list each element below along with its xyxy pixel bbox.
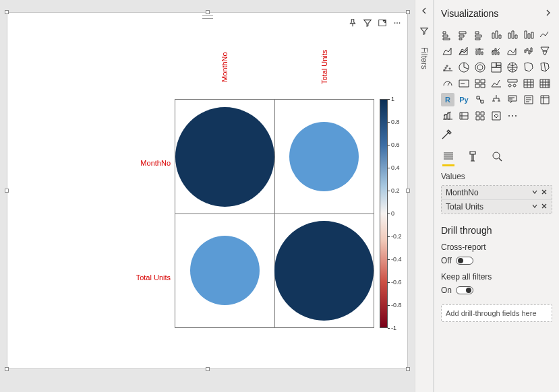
viz-type-button[interactable] [457,44,471,58]
heatmap-grid [175,99,374,328]
viz-type-button[interactable] [457,77,471,90]
collapse-left-icon[interactable] [420,7,428,17]
viz-type-button[interactable] [538,28,552,42]
viz-type-button[interactable] [538,77,552,90]
viz-type-button[interactable] [522,77,535,90]
resize-handle[interactable] [406,10,410,14]
resize-handle[interactable] [5,10,9,14]
viz-type-button[interactable] [441,61,454,74]
drag-grip-icon[interactable] [202,15,213,19]
viz-type-button[interactable] [441,77,454,90]
viz-type-button[interactable] [473,93,487,106]
viz-type-button[interactable] [506,44,519,58]
col-label: MonthNo [220,45,229,89]
fields-tab[interactable] [441,149,456,164]
field-item[interactable]: Total Units [442,200,552,214]
toggle-state-label: On [441,286,452,295]
resize-handle[interactable] [5,367,9,371]
colorbar-tick: -1 [391,325,396,331]
corr-circle [190,236,260,306]
viz-type-button[interactable] [490,28,503,42]
corr-circle [274,221,374,321]
viz-type-button[interactable] [522,28,535,42]
viz-type-button[interactable] [457,28,471,42]
corr-circle [289,122,359,192]
resize-handle[interactable] [206,10,210,14]
viz-type-button[interactable] [441,44,454,58]
field-item[interactable]: MonthNo [442,186,552,200]
viz-type-button[interactable] [490,44,503,58]
viz-type-button[interactable] [538,61,552,74]
viz-type-button[interactable] [457,61,471,74]
viz-type-button[interactable] [538,93,552,106]
viz-type-python[interactable]: Py [457,93,471,106]
svg-point-6 [515,115,517,117]
filter-icon[interactable] [363,18,372,28]
colorbar [380,99,388,328]
corr-circle [175,107,274,207]
colorbar-tick: 0.8 [391,119,400,125]
viz-type-button[interactable] [490,61,503,74]
viz-type-button[interactable] [473,61,487,74]
format-tab[interactable] [465,149,480,164]
viz-type-button[interactable] [490,93,503,106]
viz-type-button[interactable] [522,44,535,58]
chevron-down-icon[interactable] [531,202,538,211]
colorbar-tick: 1 [391,96,394,102]
cross-report-toggle[interactable] [456,257,473,265]
col-label: Total Units [320,45,328,89]
viz-type-button[interactable] [441,109,454,123]
viz-type-button[interactable] [441,28,454,42]
viz-more-icon[interactable] [506,109,519,123]
drill-through-drop-area[interactable]: Add drill-through fields here [441,304,552,322]
viz-type-button[interactable] [522,61,535,74]
analytics-tab[interactable] [490,149,504,164]
remove-field-icon[interactable] [541,188,548,197]
viz-type-button[interactable] [506,28,519,42]
filters-rail: Filters [415,0,434,392]
colorbar-tick: 0.4 [391,164,400,171]
svg-point-2 [396,22,398,24]
filters-label[interactable]: Filters [419,47,429,69]
values-field-well[interactable]: MonthNo Total Units [441,185,552,214]
row-label: MonthNo [7,106,175,220]
toggle-state-label: Off [441,256,452,265]
focus-mode-icon[interactable] [378,18,387,28]
correlation-plot: MonthNo Total Units MonthNo Total Units … [7,45,407,362]
collapse-right-icon[interactable] [544,9,552,19]
viz-type-button[interactable] [522,93,535,106]
viz-type-button[interactable] [473,28,487,42]
viz-type-button[interactable] [473,109,487,123]
colorbar-tick: -0.8 [391,302,402,308]
viz-type-button[interactable] [457,109,471,123]
values-label: Values [441,172,552,181]
viz-type-button[interactable] [506,93,519,106]
svg-point-5 [512,115,513,117]
field-name: MonthNo [446,188,479,197]
viz-type-button[interactable] [490,109,503,123]
viz-type-button[interactable] [490,77,503,90]
remove-field-icon[interactable] [541,202,548,211]
svg-point-3 [399,22,401,24]
viz-type-button[interactable] [473,77,487,90]
viz-type-button[interactable] [506,61,519,74]
row-label: Total Units [7,220,175,335]
svg-point-4 [508,115,510,117]
viz-type-button[interactable] [506,77,519,90]
resize-handle[interactable] [206,367,210,371]
pin-icon[interactable] [348,18,357,28]
viz-type-r-script[interactable]: R [441,93,454,106]
visual-frame[interactable]: MonthNo Total Units MonthNo Total Units … [7,12,408,369]
keep-filters-label: Keep all filters [441,272,552,282]
keep-filters-toggle[interactable] [456,286,473,294]
viz-type-button[interactable] [538,44,552,58]
filter-icon[interactable] [419,26,429,38]
format-tools-icon[interactable] [441,129,552,142]
more-options-icon[interactable] [392,18,402,28]
report-canvas: MonthNo Total Units MonthNo Total Units … [0,0,415,392]
colorbar-ticks: 10.80.60.40.20-0.2-0.4-0.6-0.8-1 [391,98,409,329]
viz-type-button[interactable] [473,44,487,58]
resize-handle[interactable] [406,367,410,371]
svg-point-1 [394,22,396,24]
chevron-down-icon[interactable] [531,188,538,197]
